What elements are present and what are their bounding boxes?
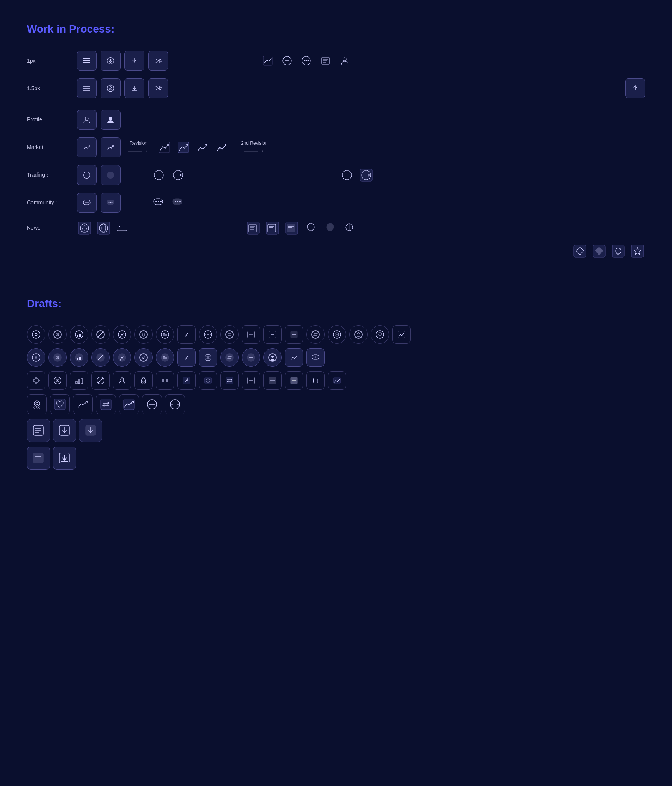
- draft-arrow-up-o[interactable]: [177, 348, 196, 367]
- chat-bubble-icon[interactable]: [299, 53, 314, 68]
- market-chart2[interactable]: [101, 137, 121, 157]
- draft-no-sign[interactable]: [91, 325, 110, 344]
- diamond-filled-icon[interactable]: [591, 243, 607, 259]
- list-icon-box-15px[interactable]: [77, 78, 97, 98]
- chart-line-icon[interactable]: [260, 53, 276, 68]
- community-icon2[interactable]: [101, 193, 121, 213]
- play-forward-icon-1px[interactable]: [148, 51, 168, 71]
- draft-heart[interactable]: [371, 325, 389, 344]
- draft-bar-chart[interactable]: [70, 325, 88, 344]
- market-chart3[interactable]: [157, 140, 172, 155]
- news-right1[interactable]: [246, 220, 261, 236]
- market-chart4[interactable]: [176, 140, 191, 155]
- draft-chart4[interactable]: [73, 394, 93, 414]
- upload-arrow-icon[interactable]: [625, 78, 645, 98]
- dollar-circle-icon-15px[interactable]: [101, 78, 121, 98]
- draft-swap3[interactable]: [220, 371, 239, 390]
- draft-chart-up[interactable]: [392, 325, 411, 344]
- draft-candlestick-o[interactable]: [156, 348, 174, 367]
- trading-icon1[interactable]: [77, 165, 97, 185]
- community-icon4[interactable]: [170, 195, 186, 210]
- draft-dollar-o[interactable]: $: [48, 348, 67, 367]
- draft-octopus[interactable]: [27, 394, 47, 414]
- draft-x-circle[interactable]: [199, 348, 217, 367]
- draft-list2[interactable]: [263, 325, 282, 344]
- draft-minus-o[interactable]: [242, 348, 260, 367]
- news-bulb3[interactable]: [342, 220, 357, 236]
- draft-candlestick3[interactable]: [306, 371, 325, 390]
- draft-download-lg3[interactable]: [53, 447, 76, 470]
- draft-list5[interactable]: [263, 371, 282, 390]
- draft-no2[interactable]: [91, 371, 110, 390]
- draft-list6[interactable]: [285, 371, 303, 390]
- diamond-outline-icon[interactable]: [572, 243, 588, 259]
- draft-person2[interactable]: [263, 348, 282, 367]
- news-bulb2[interactable]: [322, 220, 338, 236]
- draft-person[interactable]: [113, 325, 131, 344]
- news-icon3[interactable]: [115, 220, 130, 236]
- dollar-circle-icon-1px[interactable]: $: [101, 51, 121, 71]
- person-filled-icon[interactable]: [101, 110, 121, 130]
- person-outline-icon[interactable]: [77, 110, 97, 130]
- trading-right1[interactable]: [339, 167, 355, 183]
- draft-list-lg1[interactable]: [27, 419, 50, 442]
- news-icon1[interactable]: [77, 220, 92, 236]
- draft-list1[interactable]: [242, 325, 260, 344]
- market-chart1[interactable]: [77, 137, 97, 157]
- trading-icon2[interactable]: [101, 165, 121, 185]
- star-icon[interactable]: [630, 243, 645, 259]
- market-chart5[interactable]: [195, 140, 210, 155]
- community-icon1[interactable]: [77, 193, 97, 213]
- draft-fire[interactable]: [134, 325, 153, 344]
- draft-compass3[interactable]: [165, 394, 185, 414]
- draft-download-lg2[interactable]: [79, 419, 102, 442]
- draft-minus2[interactable]: [142, 394, 162, 414]
- draft-candlestick[interactable]: [156, 325, 174, 344]
- draft-chart2[interactable]: [285, 348, 303, 367]
- trading-right2[interactable]: [358, 167, 374, 183]
- draft-list-lg2[interactable]: [27, 447, 50, 470]
- draft-compass[interactable]: [199, 325, 217, 344]
- draft-heart2[interactable]: [50, 394, 70, 414]
- play-forward-icon-15px[interactable]: [148, 78, 168, 98]
- draft-arrow2[interactable]: [177, 371, 196, 390]
- draft-circle-dot[interactable]: [27, 325, 45, 344]
- draft-bar2[interactable]: [70, 371, 88, 390]
- draft-person-o[interactable]: [113, 348, 131, 367]
- download-icon-15px[interactable]: [124, 78, 144, 98]
- draft-eye[interactable]: [328, 325, 346, 344]
- draft-chart3[interactable]: [328, 371, 346, 390]
- draft-fire2[interactable]: [349, 325, 368, 344]
- bulb-sm-icon[interactable]: [611, 243, 626, 259]
- download-icon-1px[interactable]: [124, 51, 144, 71]
- news-right2[interactable]: [265, 220, 280, 236]
- draft-diamond[interactable]: [27, 371, 45, 390]
- draft-download-lg1[interactable]: [53, 419, 76, 442]
- draft-dollar[interactable]: $: [48, 325, 67, 344]
- draft-check-circle[interactable]: [134, 348, 153, 367]
- draft-no-sign-o[interactable]: [91, 348, 110, 367]
- trading-icon4[interactable]: [170, 167, 186, 183]
- draft-person3[interactable]: [113, 371, 131, 390]
- draft-circle-dot-o[interactable]: [27, 348, 45, 367]
- draft-swap2[interactable]: [306, 325, 325, 344]
- market-chart6[interactable]: [214, 140, 230, 155]
- draft-bar-chart-o[interactable]: [70, 348, 88, 367]
- draft-swap4[interactable]: [96, 394, 116, 414]
- draft-arrow-up-right[interactable]: [177, 325, 196, 344]
- list-icon-box-1px[interactable]: [77, 51, 97, 71]
- trading-icon3[interactable]: [151, 167, 167, 183]
- news-bulb1[interactable]: [303, 220, 319, 236]
- draft-swap-o[interactable]: [220, 348, 239, 367]
- draft-dollar2[interactable]: $: [48, 371, 67, 390]
- draft-swap[interactable]: [220, 325, 239, 344]
- minus-circle-icon[interactable]: [279, 53, 295, 68]
- draft-chat-o[interactable]: [306, 348, 325, 367]
- draft-list4[interactable]: [242, 371, 260, 390]
- draft-fire3[interactable]: [134, 371, 153, 390]
- draft-list3[interactable]: [285, 325, 303, 344]
- person-icon-plain[interactable]: [337, 53, 352, 68]
- news-list-icon[interactable]: [318, 53, 333, 68]
- draft-chart5[interactable]: [119, 394, 139, 414]
- news-icon2[interactable]: [96, 220, 111, 236]
